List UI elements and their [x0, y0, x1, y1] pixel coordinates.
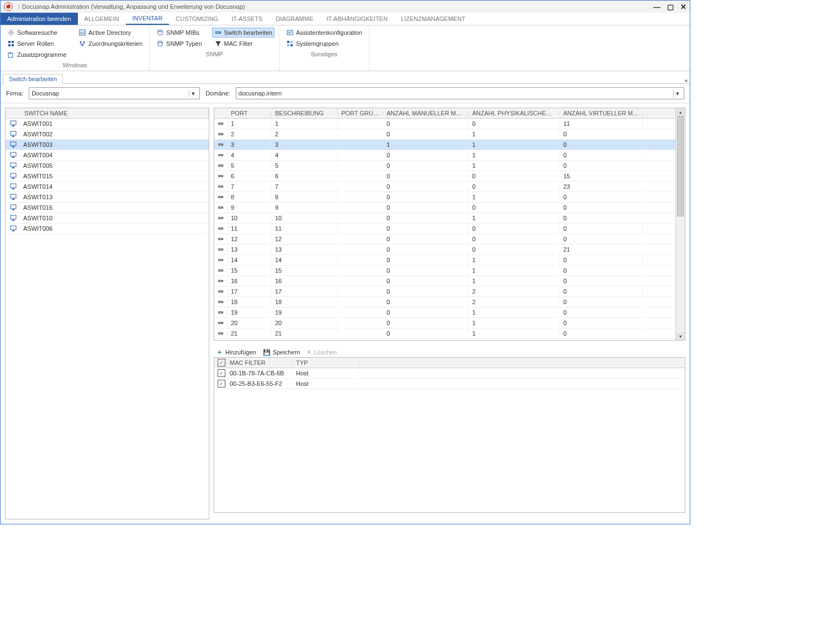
switch-row[interactable]: ASWIT003: [6, 140, 209, 150]
port-cell-man: 0: [383, 173, 469, 179]
svg-rect-36: [12, 178, 14, 179]
menu-it-abhängigkeiten[interactable]: IT-ABHÄNGIGKEITEN: [320, 13, 394, 25]
port-row[interactable]: 2020010: [214, 318, 675, 328]
port-row[interactable]: 2222004: [214, 339, 675, 340]
ribbon-snmp-typen[interactable]: SNMP Typen: [154, 39, 204, 49]
mac-checkbox[interactable]: ✓: [214, 380, 226, 387]
mac-check-header[interactable]: ✓: [214, 359, 226, 367]
mac-checkbox[interactable]: ✓: [214, 369, 226, 377]
port-row[interactable]: 1111000: [214, 224, 675, 234]
menu-allgemein[interactable]: ALLGEMEIN: [78, 13, 126, 25]
ports-grid[interactable]: PORTBESCHREIBUNGPORT GRUPPEANZAHL MANUEL…: [214, 108, 675, 340]
port-row[interactable]: 22010: [214, 129, 675, 140]
switch-row[interactable]: ASWIT015: [6, 171, 209, 182]
port-row[interactable]: 33110: [214, 140, 675, 150]
port-row[interactable]: 1010010: [214, 213, 675, 224]
svg-rect-21: [287, 41, 289, 43]
close-button[interactable]: ✕: [680, 3, 686, 11]
port-row[interactable]: 1717020: [214, 286, 675, 297]
port-row[interactable]: 1414010: [214, 255, 675, 266]
switch-row[interactable]: ASWIT002: [6, 129, 209, 140]
port-row[interactable]: 1212000: [214, 234, 675, 245]
ribbon-softwaresuche[interactable]: Softwaresuche: [5, 28, 68, 38]
firma-combo[interactable]: Docusnap ▾: [29, 87, 200, 99]
switch-list-header: SWITCH NAME: [6, 108, 209, 119]
ribbon-server-rollen[interactable]: Server Rollen: [5, 39, 68, 49]
port-col-header[interactable]: ANZAHL VIRTUELLER MAC ADR...: [560, 110, 643, 116]
ribbon-mac-filter[interactable]: MAC Filter: [212, 39, 274, 49]
domaene-combo[interactable]: docusnap.intern ▾: [236, 87, 684, 99]
ribbon-zuordnungskriterien[interactable]: Zuordnungskriterien: [76, 39, 145, 49]
switch-row[interactable]: ASWIT013: [6, 192, 209, 203]
port-row[interactable]: 1919010: [214, 307, 675, 318]
port-col-header[interactable]: ANZAHL PHYSIKALISCHER MAC ...: [469, 110, 560, 116]
maximize-button[interactable]: ▢: [667, 3, 674, 11]
port-icon: [214, 141, 228, 148]
mac-filter-header[interactable]: MAC FILTER: [226, 359, 293, 366]
menu-diagramme[interactable]: DIAGRAMME: [269, 13, 320, 25]
tab-nav-arrows[interactable]: ◂ ▸: [684, 77, 690, 83]
port-cell-beschr: 10: [272, 215, 338, 221]
port-cell-port: 11: [228, 225, 272, 232]
menu-it-assets[interactable]: IT-ASSETS: [225, 13, 269, 25]
menu-customizing[interactable]: CUSTOMIZING: [169, 13, 225, 25]
svg-rect-106: [221, 238, 222, 240]
svg-rect-35: [10, 173, 16, 177]
port-icon: [214, 173, 228, 179]
port-col-header[interactable]: PORT: [228, 110, 272, 116]
switch-row[interactable]: ASWIT006: [6, 224, 209, 234]
svg-rect-53: [219, 134, 219, 135]
port-row[interactable]: 13130021: [214, 245, 675, 255]
switch-row[interactable]: ASWIT001: [6, 119, 209, 129]
switch-row[interactable]: ASWIT005: [6, 161, 209, 171]
scroll-thumb[interactable]: [677, 116, 684, 216]
port-row[interactable]: 110011: [214, 119, 675, 129]
scroll-up-icon[interactable]: ▴: [676, 108, 685, 116]
mac-rows[interactable]: ✓00-1B-78-7A-CB-6BHost✓00-25-B3-E6-55-F2…: [214, 368, 685, 389]
svg-rect-124: [220, 280, 220, 282]
switch-name-header[interactable]: SWITCH NAME: [21, 110, 209, 116]
ribbon-systemgruppen[interactable]: Systemgruppen: [284, 39, 364, 49]
switch-row[interactable]: ASWIT004: [6, 150, 209, 161]
save-button[interactable]: 💾Speichern: [263, 349, 300, 356]
switch-name: ASWIT004: [21, 152, 209, 158]
port-row[interactable]: 1616010: [214, 276, 675, 286]
ribbon-zusatzprogramme[interactable]: Zusatzprogramme: [5, 50, 68, 60]
delete-button[interactable]: ✕Löschen: [307, 349, 337, 356]
add-button[interactable]: ＋Hinzufügen: [216, 347, 256, 357]
port-row[interactable]: 660015: [214, 171, 675, 182]
port-cell-man: 0: [383, 120, 469, 127]
port-row[interactable]: 44010: [214, 150, 675, 161]
port-cell-man: 0: [383, 288, 469, 295]
port-row[interactable]: 99000: [214, 203, 675, 213]
switch-row[interactable]: ASWIT016: [6, 203, 209, 213]
mac-row[interactable]: ✓00-1B-78-7A-CB-6BHost: [214, 368, 685, 379]
ports-scrollbar[interactable]: ▴ ▾: [675, 108, 685, 340]
mac-typ-header[interactable]: TYP: [293, 359, 359, 366]
port-col-header[interactable]: BESCHREIBUNG: [272, 110, 338, 116]
port-row[interactable]: 770023: [214, 182, 675, 192]
port-row[interactable]: 1515010: [214, 266, 675, 276]
doc-tab-switch-bearbeiten[interactable]: Switch bearbeiten: [3, 74, 63, 84]
ribbon-switch-bearbeiten[interactable]: Switch bearbeiten: [212, 28, 274, 38]
port-row[interactable]: 55010: [214, 161, 675, 171]
port-row[interactable]: 2121010: [214, 328, 675, 339]
svg-rect-136: [221, 301, 222, 302]
port-col-header[interactable]: ANZAHL MANUELLER MAC AD...: [383, 110, 469, 116]
menu-admin-beenden[interactable]: Administration beenden: [1, 13, 78, 25]
svg-rect-16: [216, 32, 216, 33]
ribbon-snmp-mibs[interactable]: SNMP MIBs: [154, 28, 204, 38]
mac-row[interactable]: ✓00-25-B3-E6-55-F2Host: [214, 379, 685, 389]
scroll-down-icon[interactable]: ▾: [676, 332, 685, 340]
menu-lizenzmanagement[interactable]: LIZENZMANAGEMENT: [394, 13, 472, 25]
menu-inventar[interactable]: INVENTAR: [126, 13, 170, 25]
ribbon-active-directory[interactable]: ADActive Directory: [76, 28, 145, 38]
port-row[interactable]: 1818020: [214, 297, 675, 307]
minimize-button[interactable]: —: [653, 3, 661, 11]
port-col-header[interactable]: PORT GRUPPE: [338, 110, 383, 116]
port-row[interactable]: 88010: [214, 192, 675, 203]
ribbon-assistentenkonfiguration[interactable]: Assistentenkonfiguration: [284, 28, 364, 38]
switch-list[interactable]: ASWIT001ASWIT002ASWIT003ASWIT004ASWIT005…: [6, 119, 209, 519]
switch-row[interactable]: ASWIT010: [6, 213, 209, 224]
switch-row[interactable]: ASWIT014: [6, 182, 209, 192]
